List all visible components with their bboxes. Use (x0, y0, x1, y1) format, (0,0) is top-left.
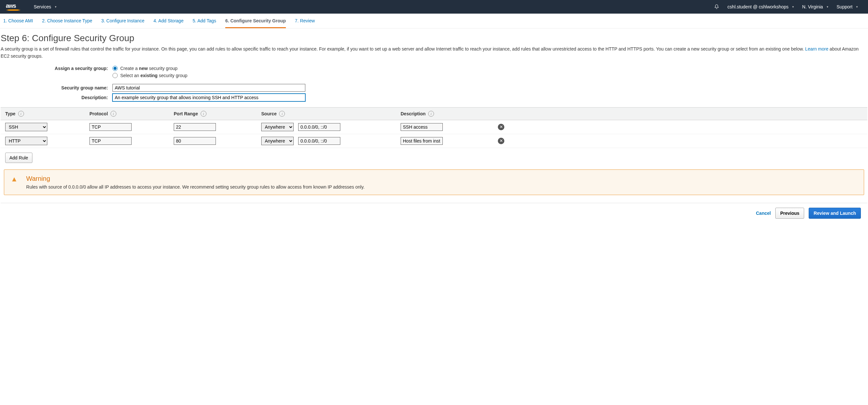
radio-create-suffix: security group (148, 66, 178, 71)
previous-button[interactable]: Previous (775, 208, 804, 219)
info-icon[interactable]: i (279, 111, 285, 117)
warning-icon: ▲ (11, 175, 18, 183)
col-source: Sourcei (261, 111, 401, 117)
rule-protocol-input (89, 123, 132, 131)
sg-desc-label: Description: (1, 95, 113, 100)
info-icon[interactable]: i (200, 111, 207, 117)
radio-existing-suffix: security group (157, 73, 187, 78)
cancel-button[interactable]: Cancel (756, 211, 771, 216)
wizard-step-1[interactable]: 1. Choose AMI (3, 18, 33, 28)
radio-existing-prefix: Select an (120, 73, 141, 78)
rule-source-select[interactable]: Anywhere (261, 123, 293, 131)
radio-create-input[interactable] (113, 66, 118, 71)
wizard-step-3[interactable]: 3. Configure Instance (101, 18, 144, 28)
col-description: Descriptioni (401, 111, 498, 117)
rule-type-select[interactable]: SSH (5, 123, 47, 131)
radio-existing-sg[interactable]: Select an existing security group (113, 73, 187, 78)
col-source-label: Source (261, 111, 277, 116)
region-label: N. Virginia (802, 4, 823, 9)
warning-message: Rules with source of 0.0.0.0/0 allow all… (26, 184, 365, 190)
wizard-step-7[interactable]: 7. Review (295, 18, 315, 28)
radio-existing-bold: existing (141, 73, 157, 78)
support-menu[interactable]: Support (833, 0, 862, 13)
info-icon[interactable]: i (18, 111, 24, 117)
col-port-label: Port Range (174, 111, 198, 116)
sg-name-input[interactable] (113, 84, 305, 92)
top-navbar: aws Services cshl.student @ cshlworkshop… (0, 0, 868, 13)
review-and-launch-button[interactable]: Review and Launch (809, 208, 861, 219)
info-icon[interactable]: i (428, 111, 434, 117)
account-menu[interactable]: cshl.student @ cshlworkshops (723, 0, 798, 13)
page-heading: Step 6: Configure Security Group (1, 33, 867, 43)
col-description-label: Description (401, 111, 426, 116)
intro-text: A security group is a set of firewall ru… (1, 45, 867, 60)
learn-more-link[interactable]: Learn more (805, 46, 829, 52)
radio-existing-input[interactable] (113, 73, 118, 78)
radio-create-bold: new (139, 66, 148, 71)
support-label: Support (837, 4, 852, 9)
rule-port-input (174, 137, 216, 145)
services-label: Services (34, 4, 51, 9)
notifications-icon[interactable] (710, 0, 723, 13)
rule-port-input (174, 123, 216, 131)
region-menu[interactable]: N. Virginia (798, 0, 833, 13)
account-label: cshl.student @ cshlworkshops (727, 4, 788, 9)
remove-rule-icon[interactable] (498, 124, 504, 130)
radio-create-prefix: Create a (120, 66, 139, 71)
rule-source-select[interactable]: Anywhere (261, 137, 293, 145)
remove-rule-icon[interactable] (498, 138, 504, 144)
aws-swoosh-icon (6, 9, 21, 11)
col-protocol-label: Protocol (89, 111, 108, 116)
wizard-step-2[interactable]: 2. Choose Instance Type (42, 18, 92, 28)
assign-label: Assign a security group: (1, 66, 113, 71)
rule-description-input[interactable] (401, 123, 443, 131)
radio-create-sg[interactable]: Create a new security group (113, 66, 178, 71)
rule-protocol-input (89, 137, 132, 145)
wizard-step-6: 6. Configure Security Group (225, 18, 286, 28)
warning-box: ▲ Warning Rules with source of 0.0.0.0/0… (4, 169, 864, 195)
col-type-label: Type (5, 111, 16, 116)
sg-name-label: Security group name: (1, 85, 113, 90)
add-rule-button[interactable]: Add Rule (5, 153, 32, 163)
rule-source-ip-input[interactable] (298, 137, 340, 145)
table-row: HTTP Anywhere (1, 134, 867, 148)
col-protocol: Protocoli (89, 111, 174, 117)
wizard-step-5[interactable]: 5. Add Tags (192, 18, 216, 28)
intro-body: A security group is a set of firewall ru… (1, 46, 805, 52)
main-content: Step 6: Configure Security Group A secur… (0, 29, 868, 223)
aws-logo[interactable]: aws (6, 3, 21, 11)
warning-title: Warning (26, 175, 365, 182)
footer-actions: Cancel Previous Review and Launch (1, 203, 867, 223)
sg-description-input[interactable] (113, 94, 305, 101)
wizard-steps: 1. Choose AMI 2. Choose Instance Type 3.… (0, 13, 868, 29)
security-group-form: Assign a security group: Create a new se… (1, 66, 867, 101)
info-icon[interactable]: i (111, 111, 116, 117)
services-menu[interactable]: Services (30, 0, 61, 13)
rules-table: Typei Protocoli Port Rangei Sourcei Desc… (1, 107, 867, 148)
rule-source-ip-input[interactable] (298, 123, 340, 131)
col-type: Typei (5, 111, 89, 117)
col-port: Port Rangei (174, 111, 261, 117)
rule-description-input[interactable] (401, 137, 443, 145)
rules-header: Typei Protocoli Port Rangei Sourcei Desc… (1, 107, 867, 120)
rule-type-select[interactable]: HTTP (5, 137, 47, 145)
table-row: SSH Anywhere (1, 120, 867, 134)
wizard-step-4[interactable]: 4. Add Storage (154, 18, 184, 28)
